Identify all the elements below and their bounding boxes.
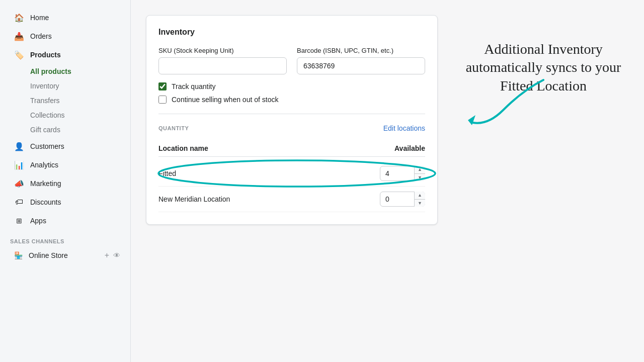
sku-barcode-row: SKU (Stock Keeping Unit) Barcode (ISBN, … (158, 47, 425, 74)
sidebar-sub-label-transfers: Transfers (30, 97, 60, 105)
online-store-icon: 🏪 (14, 251, 23, 259)
sidebar-label-customers: Customers (30, 142, 64, 150)
sidebar-label-discounts: Discounts (30, 198, 61, 206)
fitted-quantity-up[interactable]: ▲ (415, 166, 425, 174)
quantity-header: QUANTITY Edit locations (158, 124, 425, 132)
sidebar-label-online-store: Online Store (29, 251, 68, 259)
sidebar-label-home: Home (30, 14, 49, 22)
sidebar-sub-inventory[interactable]: Inventory (4, 79, 126, 93)
new-meridian-quantity-down[interactable]: ▼ (415, 200, 425, 207)
sidebar-label-marketing: Marketing (30, 179, 61, 188)
continue-selling-checkbox[interactable] (158, 96, 167, 104)
customers-icon: 👤 (14, 141, 24, 151)
sidebar-sub-label-all-products: All products (30, 67, 71, 75)
sidebar-item-apps[interactable]: ⊞ Apps (4, 212, 126, 230)
sidebar-sub-transfers[interactable]: Transfers (4, 94, 126, 108)
track-quantity-row: Track quantity (158, 82, 425, 90)
annotation-arrow (463, 75, 564, 135)
sidebar-sub-gift-cards[interactable]: Gift cards (4, 123, 126, 137)
sidebar-label-products: Products (30, 51, 61, 59)
new-meridian-quantity-wrapper: ▲ ▼ (380, 192, 425, 207)
location-name-col-header: Location name (158, 144, 208, 152)
home-icon: 🏠 (14, 13, 24, 23)
location-name-fitted: Fitted (158, 169, 176, 177)
inventory-card: Inventory SKU (Stock Keeping Unit) Barco… (146, 15, 438, 225)
sidebar-sub-label-inventory: Inventory (30, 82, 59, 90)
fitted-quantity-down[interactable]: ▼ (415, 174, 425, 182)
fitted-quantity-wrapper: ▲ ▼ (380, 166, 425, 181)
barcode-group: Barcode (ISBN, UPC, GTIN, etc.) (297, 47, 425, 74)
sku-input[interactable] (158, 57, 287, 74)
divider (158, 114, 425, 114)
products-icon: 🏷️ (14, 50, 24, 60)
sidebar-item-orders[interactable]: 📥 Orders (4, 27, 126, 45)
continue-selling-row: Continue selling when out of stock (158, 96, 425, 104)
sidebar-sub-all-products[interactable]: All products (4, 64, 126, 78)
sidebar-item-discounts[interactable]: 🏷 Discounts (4, 193, 126, 211)
card-title: Inventory (158, 28, 425, 37)
sku-group: SKU (Stock Keeping Unit) (158, 47, 287, 74)
sales-channels-section-label: SALES CHANNELS (0, 230, 130, 246)
edit-locations-link[interactable]: Edit locations (383, 124, 425, 132)
sidebar-item-products[interactable]: 🏷️ Products (4, 46, 126, 64)
discounts-icon: 🏷 (14, 197, 24, 207)
location-name-new-meridian: New Meridian Location (158, 195, 230, 203)
analytics-icon: 📊 (14, 160, 24, 170)
orders-icon: 📥 (14, 31, 24, 41)
sidebar-label-orders: Orders (30, 32, 52, 40)
sidebar-sub-label-gift-cards: Gift cards (30, 126, 60, 134)
sidebar-item-online-store[interactable]: 🏪 Online Store + 👁 (4, 247, 126, 264)
add-sales-channel-icon[interactable]: + (105, 251, 109, 260)
track-quantity-checkbox[interactable] (158, 82, 167, 90)
sidebar-item-analytics[interactable]: 📊 Analytics (4, 156, 126, 174)
track-quantity-label[interactable]: Track quantity (172, 82, 215, 90)
new-meridian-quantity-up[interactable]: ▲ (415, 192, 425, 200)
barcode-input[interactable] (297, 57, 425, 74)
location-header-row: Location name Available (158, 140, 425, 157)
location-row-new-meridian: New Meridian Location ▲ ▼ (158, 187, 425, 212)
sidebar-sub-collections[interactable]: Collections (4, 108, 126, 122)
sidebar-item-marketing[interactable]: 📣 Marketing (4, 174, 126, 193)
marketing-icon: 📣 (14, 178, 24, 189)
barcode-label: Barcode (ISBN, UPC, GTIN, etc.) (297, 47, 425, 54)
sidebar-label-apps: Apps (30, 217, 46, 225)
sidebar-label-analytics: Analytics (30, 161, 58, 169)
available-col-header: Available (394, 144, 425, 152)
sidebar: 🏠 Home 📥 Orders 🏷️ Products All products… (0, 0, 131, 362)
apps-icon: ⊞ (14, 216, 24, 226)
location-table: Location name Available Fitted ▲ ▼ (158, 140, 425, 212)
sidebar-sub-label-collections: Collections (30, 111, 64, 119)
main-content: Inventory SKU (Stock Keeping Unit) Barco… (131, 0, 644, 362)
location-row-fitted: Fitted ▲ ▼ (158, 161, 425, 187)
quantity-label: QUANTITY (158, 125, 189, 131)
sku-label: SKU (Stock Keeping Unit) (158, 47, 287, 54)
sidebar-item-home[interactable]: 🏠 Home (4, 9, 126, 27)
sidebar-item-customers[interactable]: 👤 Customers (4, 137, 126, 155)
eye-icon[interactable]: 👁 (113, 251, 120, 259)
annotation-area: Additional Inventory automatically syncs… (463, 40, 624, 95)
continue-selling-label[interactable]: Continue selling when out of stock (172, 96, 278, 104)
